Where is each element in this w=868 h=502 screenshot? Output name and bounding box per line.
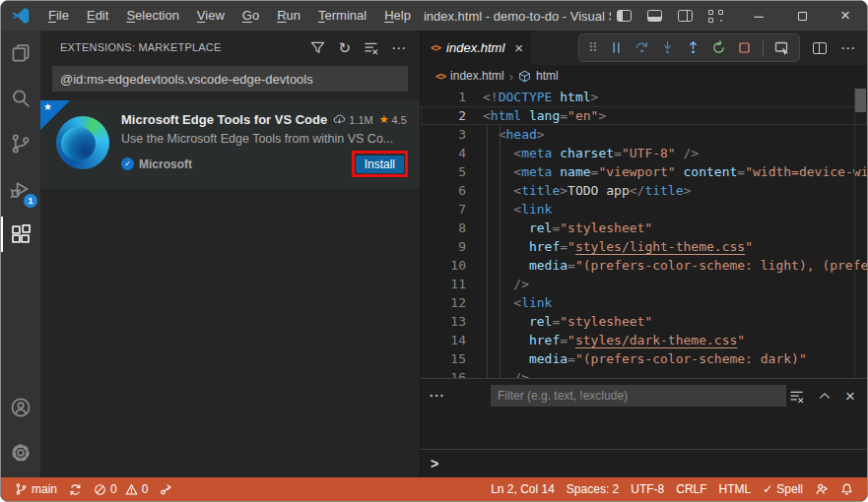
indentation-setting[interactable]: Spaces: 2 [561,482,625,496]
accounts-icon[interactable] [1,385,40,430]
debug-console-panel: ⋯ × > [421,378,867,477]
symbol-cube-icon [518,70,531,83]
tab-index-html[interactable]: <> index.html × [421,31,531,65]
close-panel-icon[interactable]: × [845,388,855,405]
debug-badge: 1 [24,194,37,208]
title-bar: File Edit Selection View Go Run Terminal… [1,1,867,31]
clear-console-icon[interactable] [789,389,804,404]
git-branch-icon [15,482,28,496]
more-actions-icon[interactable]: ⋯ [391,40,406,55]
panel-header: ⋯ × [421,379,867,407]
run-and-debug-icon[interactable]: 1 [1,166,40,212]
explorer-icon[interactable] [1,31,40,76]
workbench: 1 EXTENSIONS: MARKETPLACE ↻ [1,31,867,477]
extension-name: Microsoft Edge Tools for VS Code [121,112,327,127]
breadcrumb-chevron-icon: › [509,69,513,84]
layout-controls [617,10,723,23]
menu-run[interactable]: Run [268,1,309,31]
html-file-icon: <> [431,42,440,53]
install-button[interactable]: Install [356,156,404,173]
editor-more-actions-icon[interactable]: ⋯ [840,40,855,55]
menu-terminal[interactable]: Terminal [309,1,375,31]
close-window-button[interactable]: × [824,1,867,31]
source-control-icon[interactable] [1,121,40,166]
extension-list-item[interactable]: ★ Microsoft Edge Tools for VS Code 1.1M … [40,100,420,189]
spell-checker[interactable]: ✓ Spell [757,482,809,496]
cursor-position[interactable]: Ln 2, Col 14 [485,482,561,496]
extension-installs: 1.1M [333,113,372,126]
pause-icon[interactable] [609,40,624,55]
errors-count: 0 [110,482,117,496]
tab-bar: <> index.html × ⠿ ⋯ [421,31,867,65]
vscode-window: File Edit Selection View Go Run Terminal… [0,0,868,502]
editor-group: <> index.html × ⠿ ⋯ [420,31,867,477]
plug-icon [160,482,173,496]
maximize-panel-icon[interactable] [818,389,832,403]
toggle-panel-icon[interactable] [647,10,662,22]
search-icon[interactable] [1,76,40,121]
tab-close-icon[interactable]: × [514,40,523,55]
edge-extension-logo [56,116,109,169]
extensions-search-input[interactable] [52,66,408,92]
port-indicator[interactable] [154,482,179,496]
activity-bar-bottom [1,385,40,477]
problems-indicator[interactable]: 0 0 [88,482,154,496]
screencast-inspect-icon[interactable] [774,40,790,56]
step-over-icon[interactable] [634,40,649,55]
step-out-icon[interactable] [686,40,701,55]
language-mode[interactable]: HTML [713,482,758,496]
menu-file[interactable]: File [39,1,78,31]
menu-go[interactable]: Go [234,1,268,31]
restart-icon[interactable] [711,40,726,55]
eol-setting[interactable]: CRLF [670,482,712,496]
extensions-sidebar: EXTENSIONS: MARKETPLACE ↻ ⋯ ★ Microsoft … [40,31,420,477]
tab-label: index.html [446,40,504,55]
settings-gear-icon[interactable] [1,430,40,475]
customize-layout-icon[interactable] [708,10,723,23]
branch-indicator[interactable]: main [9,482,63,496]
breadcrumb: <> index.html › html [421,65,867,87]
encoding-setting[interactable]: UTF-8 [625,482,670,496]
code-line-2[interactable]: 2<html lang="en"> [421,106,867,125]
editor-actions: ⋯ [813,31,867,65]
breadcrumb-symbol[interactable]: html [536,69,559,83]
notifications-indicator[interactable] [835,482,859,496]
extension-description: Use the Microsoft Edge Tools from within… [121,132,408,146]
refresh-icon[interactable]: ↻ [338,40,351,55]
errors-icon [94,483,106,496]
menu-selection[interactable]: Selection [117,1,187,31]
sidebar-title: EXTENSIONS: MARKETPLACE [60,41,222,53]
editor-scrollbar [854,87,867,378]
filter-icon[interactable] [310,40,325,55]
split-editor-icon[interactable] [813,42,827,54]
scrollbar-thumb[interactable] [855,89,866,112]
menu-help[interactable]: Help [375,1,420,31]
maximize-button[interactable] [780,1,824,31]
feedback-indicator[interactable] [809,482,835,496]
debug-toolbar: ⠿ [578,33,800,62]
window-title: index.html - demo-to-do - Visual Studio … [420,9,611,24]
code-line-1[interactable]: 1<!DOCTYPE html> [421,88,867,106]
menu-edit[interactable]: Edit [78,1,117,31]
code-editor[interactable]: 1<!DOCTYPE html>2<html lang="en">3 <head… [421,87,867,378]
breadcrumb-file[interactable]: index.html [450,69,504,83]
toggle-secondary-sidebar-icon[interactable] [678,10,693,22]
star-icon: ★ [379,113,389,126]
indent-guide [487,125,488,378]
panel-more-actions-icon[interactable]: ⋯ [429,388,444,404]
stop-icon[interactable] [737,40,752,55]
menu-view[interactable]: View [188,1,234,31]
sync-indicator[interactable] [63,483,88,496]
drag-handle-icon[interactable]: ⠿ [588,41,598,54]
check-icon: ✓ [763,482,772,496]
featured-star-icon: ★ [43,102,52,112]
extensions-icon[interactable] [1,212,40,257]
extension-details: Microsoft Edge Tools for VS Code 1.1M ★ … [121,112,408,177]
console-filter-input[interactable] [491,385,786,407]
console-input-row[interactable]: > [421,449,867,477]
step-into-icon[interactable] [660,40,675,55]
minimize-button[interactable]: ─ [737,1,780,31]
toolbar-separator [763,40,764,56]
clear-filter-icon[interactable] [364,40,378,55]
toggle-sidebar-icon[interactable] [617,10,632,22]
